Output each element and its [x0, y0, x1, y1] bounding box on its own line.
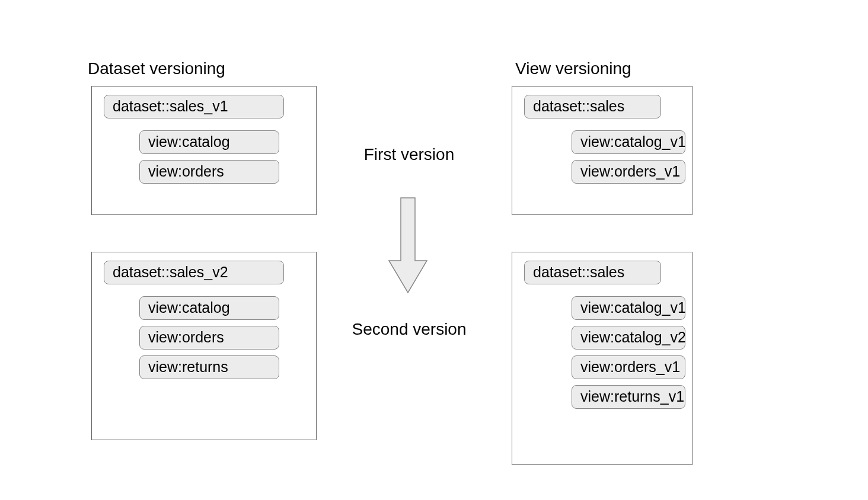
diagram-canvas: Dataset versioning View versioning datas…	[0, 0, 868, 500]
pill-dataset-sales: dataset::sales	[524, 95, 661, 118]
pill-view-catalog: view:catalog	[139, 296, 279, 320]
pill-view-catalog-v1: view:catalog_v1	[572, 130, 685, 154]
heading-dataset-versioning: Dataset versioning	[88, 59, 225, 78]
pill-dataset-sales-v1: dataset::sales_v1	[104, 95, 284, 118]
pill-view-orders-v1: view:orders_v1	[572, 160, 685, 184]
pill-view-orders-v1: view:orders_v1	[572, 355, 685, 379]
box-dataset-sales-v2: dataset::sales_v2 view:catalog view:orde…	[91, 252, 317, 440]
pill-view-returns-v1: view:returns_v1	[572, 385, 685, 409]
pill-view-catalog-v1: view:catalog_v1	[572, 296, 685, 320]
label-second-version: Second version	[332, 320, 486, 339]
views-group-right-v2: view:catalog_v1 view:catalog_v2 view:ord…	[572, 296, 680, 409]
pill-view-catalog-v2: view:catalog_v2	[572, 326, 685, 350]
pill-view-orders: view:orders	[139, 160, 279, 184]
label-first-version: First version	[332, 145, 486, 164]
box-dataset-sales-v1: dataset::sales_v1 view:catalog view:orde…	[91, 86, 317, 215]
views-group-right-v1: view:catalog_v1 view:orders_v1	[572, 130, 680, 184]
pill-view-catalog: view:catalog	[139, 130, 279, 154]
pill-view-returns: view:returns	[139, 355, 279, 379]
pill-dataset-sales-v2: dataset::sales_v2	[104, 261, 284, 284]
pill-view-orders: view:orders	[139, 326, 279, 350]
down-arrow-icon	[384, 195, 432, 299]
box-dataset-sales-right-v1: dataset::sales view:catalog_v1 view:orde…	[512, 86, 693, 215]
views-group-left-v1: view:catalog view:orders	[139, 130, 304, 184]
pill-dataset-sales: dataset::sales	[524, 261, 661, 284]
box-dataset-sales-right-v2: dataset::sales view:catalog_v1 view:cata…	[512, 252, 693, 465]
heading-view-versioning: View versioning	[515, 59, 631, 78]
views-group-left-v2: view:catalog view:orders view:returns	[139, 296, 304, 379]
